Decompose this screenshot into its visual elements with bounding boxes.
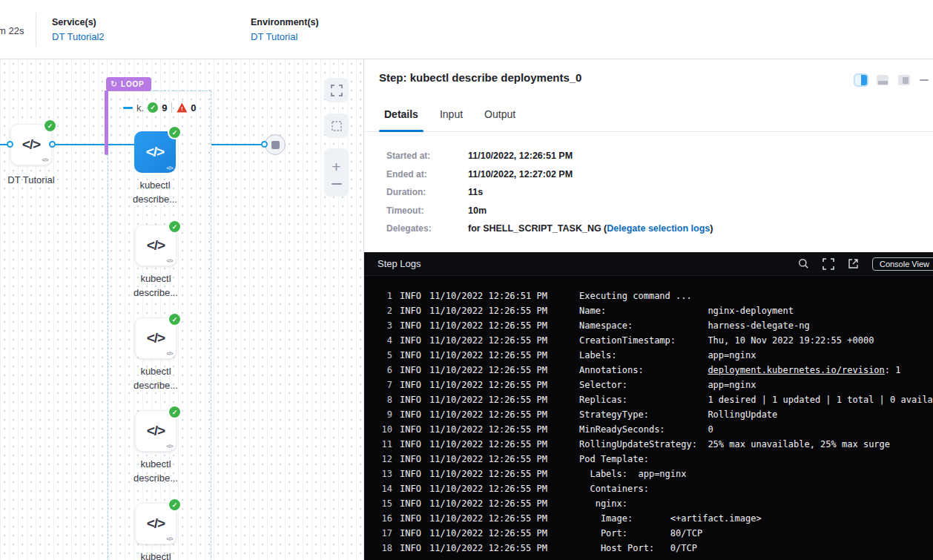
log-line-number: 3 — [375, 318, 392, 333]
log-line: 18INFO11/10/2022 12:26:55 PM Host Port: … — [364, 541, 933, 556]
step-node-iteration[interactable]: </></>✓ — [135, 317, 177, 359]
step-logs-title: Step Logs — [378, 258, 421, 269]
success-check-icon: ✓ — [148, 102, 158, 113]
fit-to-screen-button[interactable] — [324, 78, 349, 102]
step-node-iteration[interactable]: </></>✓ — [135, 225, 177, 266]
log-annotation-link[interactable]: deployment.kubernetes.io/revision — [708, 365, 884, 375]
detail-label: Ended at: — [386, 169, 468, 179]
log-line: 12INFO11/10/2022 12:26:55 PMPod Template… — [364, 452, 933, 467]
code-icon: </> — [22, 136, 40, 153]
success-check-icon: ✓ — [169, 314, 180, 325]
step-node-selected[interactable]: </> </> ✓ — [134, 131, 176, 173]
expand-logs-icon[interactable] — [822, 258, 834, 270]
code-icon: </> — [147, 423, 165, 439]
log-timestamp: 11/10/2022 12:26:55 PM — [429, 392, 579, 407]
step-logs-section: Step Logs Console View 1INFO — [364, 252, 933, 560]
log-message: Containers: — [579, 484, 649, 494]
code-icon: </> — [147, 515, 165, 532]
log-line: 9INFO11/10/2022 12:26:55 PMStrategyType:… — [364, 407, 933, 422]
log-timestamp: 11/10/2022 12:26:55 PM — [429, 511, 579, 526]
service-link[interactable]: DT Tutorial2 — [52, 31, 105, 42]
log-level: INFO — [400, 437, 425, 452]
detail-row: Duration:11s — [386, 183, 713, 202]
collapse-group-icon[interactable] — [123, 107, 133, 109]
log-timestamp: 11/10/2022 12:26:51 PM — [429, 289, 579, 303]
log-level: INFO — [400, 363, 425, 378]
minimize-panel-icon[interactable] — [920, 79, 929, 81]
console-view-button[interactable]: Console View — [872, 257, 933, 271]
step-node-iteration[interactable]: </></>✓ — [135, 410, 177, 452]
tab-details[interactable]: Details — [383, 107, 420, 131]
delegate-selection-logs-link[interactable]: Delegate selection logs — [607, 223, 710, 234]
success-check-icon: ✓ — [169, 406, 180, 418]
log-message: CreationTimestamp: Thu, 10 Nov 2022 19:2… — [579, 335, 874, 346]
log-timestamp: 11/10/2022 12:26:55 PM — [429, 422, 579, 437]
detail-row: Ended at:11/10/2022, 12:27:02 PM — [386, 165, 713, 184]
shell-script-mini-icon: </> — [166, 536, 173, 541]
log-output[interactable]: 1INFO11/10/2022 12:26:51 PMExecuting com… — [364, 276, 933, 560]
tab-input[interactable]: Input — [438, 107, 464, 131]
search-icon[interactable] — [798, 258, 809, 269]
warning-triangle-icon: ! — [177, 103, 187, 113]
layout-split-bottom-icon[interactable] — [877, 75, 889, 85]
success-check-icon: ✓ — [169, 221, 180, 232]
zoom-out-button[interactable] — [332, 183, 342, 185]
fit-to-screen-icon — [331, 85, 343, 96]
pipeline-execution-screen: m 22s Service(s) DT Tutorial2 Environmen… — [0, 0, 933, 560]
detail-row: Started at:11/10/2022, 12:26:51 PM — [386, 147, 713, 165]
loop-badge[interactable]: ↻ LOOP — [106, 77, 151, 91]
connector-dot — [7, 141, 13, 148]
log-level: INFO — [400, 407, 425, 422]
tab-output[interactable]: Output — [483, 107, 517, 131]
log-level: INFO — [400, 392, 425, 407]
stage-node-dt-tutorial[interactable]: </> </> ✓ — [10, 124, 52, 165]
environment-link[interactable]: DT Tutorial — [251, 31, 319, 42]
marquee-select-icon — [331, 120, 343, 132]
log-level: INFO — [400, 348, 425, 363]
step-node-iteration[interactable]: </></>✓ — [135, 503, 177, 544]
detail-row: Timeout:10m — [386, 202, 713, 220]
step-node-label: kubectldescribe... — [108, 271, 204, 300]
log-level: INFO — [400, 496, 425, 511]
log-level: INFO — [400, 422, 425, 437]
success-check-icon: ✓ — [169, 499, 180, 510]
log-level: INFO — [400, 541, 425, 556]
log-timestamp: 11/10/2022 12:26:55 PM — [429, 526, 579, 541]
code-icon: </> — [146, 144, 164, 160]
log-line-number: 9 — [375, 407, 392, 422]
open-in-new-icon[interactable] — [848, 258, 859, 269]
environment-block: Environment(s) DT Tutorial — [251, 17, 319, 42]
log-line-number: 1 — [375, 289, 392, 303]
stop-icon — [271, 141, 280, 149]
zoom-in-button[interactable]: + — [332, 161, 340, 173]
detail-label: Timeout: — [386, 205, 468, 216]
log-message: Replicas: 1 desired | 1 updated | 1 tota… — [579, 395, 933, 405]
step-detail-rows: Started at:11/10/2022, 12:26:51 PMEnded … — [386, 147, 713, 238]
log-level: INFO — [400, 318, 425, 333]
layout-split-right-icon[interactable] — [855, 75, 867, 85]
log-line: 17INFO11/10/2022 12:26:55 PM Port: 80/TC… — [364, 526, 933, 541]
log-line-number: 18 — [375, 541, 392, 556]
log-line: 11INFO11/10/2022 12:26:55 PMRollingUpdat… — [364, 437, 933, 452]
log-line-number: 17 — [375, 526, 392, 541]
marquee-select-button[interactable] — [324, 113, 349, 138]
log-line: 15INFO11/10/2022 12:26:55 PM nginx: — [364, 496, 933, 511]
detail-row: Delegates:for SHELL_SCRIPT_TASK_NG (Dele… — [386, 220, 713, 238]
log-message: Namespace: harness-delegate-ng — [579, 320, 810, 331]
log-timestamp: 11/10/2022 12:26:55 PM — [429, 541, 579, 556]
detail-label: Delegates: — [386, 223, 468, 234]
warning-count: 0 — [191, 102, 196, 113]
stop-node[interactable] — [265, 134, 286, 155]
log-message: Host Port: 0/TCP — [579, 543, 697, 553]
pipeline-graph-canvas[interactable]: ↻ LOOP k. ✓ 9 ! 0 </> </> ✓ DT Tutorial … — [0, 59, 363, 560]
log-timestamp: 11/10/2022 12:26:55 PM — [429, 481, 579, 496]
log-line: 16INFO11/10/2022 12:26:55 PM Image: <+ar… — [364, 511, 933, 526]
connector-dot — [261, 141, 268, 148]
log-line: 2INFO11/10/2022 12:26:55 PMName: nginx-d… — [364, 303, 933, 318]
log-line: 4INFO11/10/2022 12:26:55 PMCreationTimes… — [364, 333, 933, 348]
detail-value: 11/10/2022, 12:27:02 PM — [468, 169, 573, 179]
log-line-number: 5 — [375, 348, 392, 363]
log-line-number: 8 — [375, 392, 392, 407]
layout-panel-right-icon[interactable] — [898, 75, 910, 85]
shell-script-mini-icon: </> — [166, 258, 173, 263]
